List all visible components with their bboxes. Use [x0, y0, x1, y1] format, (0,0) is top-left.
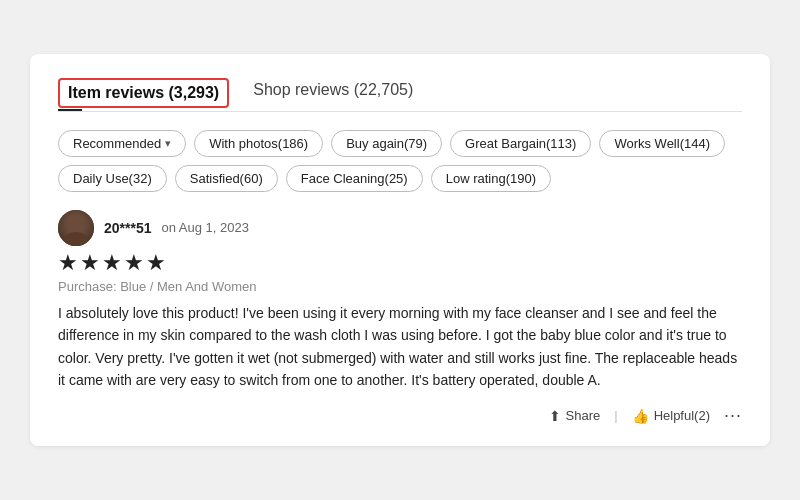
more-options-button[interactable]: ···: [724, 405, 742, 426]
filter-pills: Recommended▾With photos(186)Buy again(79…: [58, 130, 742, 192]
tabs-header: Item reviews (3,293) Shop reviews (22,70…: [58, 78, 742, 112]
review-actions: ⬆ Share | 👍 Helpful(2) ···: [58, 405, 742, 426]
reviews-card: Item reviews (3,293) Shop reviews (22,70…: [30, 54, 770, 447]
share-label: Share: [566, 408, 601, 423]
filter-pill-satisfied[interactable]: Satisfied(60): [175, 165, 278, 192]
review-date: on Aug 1, 2023: [162, 220, 249, 235]
filter-pill-face-cleaning[interactable]: Face Cleaning(25): [286, 165, 423, 192]
avatar-image: [58, 210, 94, 246]
helpful-button[interactable]: 👍 Helpful(2): [632, 408, 710, 424]
filter-pill-low-rating[interactable]: Low rating(190): [431, 165, 551, 192]
star-rating: ★★★★★: [58, 250, 742, 276]
chevron-down-icon: ▾: [165, 137, 171, 150]
tab-shop-reviews[interactable]: Shop reviews (22,705): [253, 81, 413, 107]
tab-item-reviews[interactable]: Item reviews (3,293): [58, 78, 229, 108]
review-header: 20***51 on Aug 1, 2023: [58, 210, 742, 246]
purchase-info: Purchase: Blue / Men And Women: [58, 279, 742, 294]
helpful-icon: 👍: [632, 408, 649, 424]
filter-pill-buy-again[interactable]: Buy again(79): [331, 130, 442, 157]
filter-pill-daily-use[interactable]: Daily Use(32): [58, 165, 167, 192]
reviewer-name: 20***51: [104, 220, 152, 236]
tab-active-underline: [58, 109, 82, 111]
filter-pill-recommended[interactable]: Recommended▾: [58, 130, 186, 157]
filter-pill-works-well[interactable]: Works Well(144): [599, 130, 725, 157]
filter-pill-great-bargain[interactable]: Great Bargain(113): [450, 130, 591, 157]
filter-pill-with-photos[interactable]: With photos(186): [194, 130, 323, 157]
divider: |: [614, 408, 617, 423]
review-text: I absolutely love this product! I've bee…: [58, 302, 742, 392]
share-button[interactable]: ⬆ Share: [549, 408, 601, 424]
helpful-label: Helpful(2): [654, 408, 710, 423]
share-icon: ⬆: [549, 408, 561, 424]
avatar: [58, 210, 94, 246]
